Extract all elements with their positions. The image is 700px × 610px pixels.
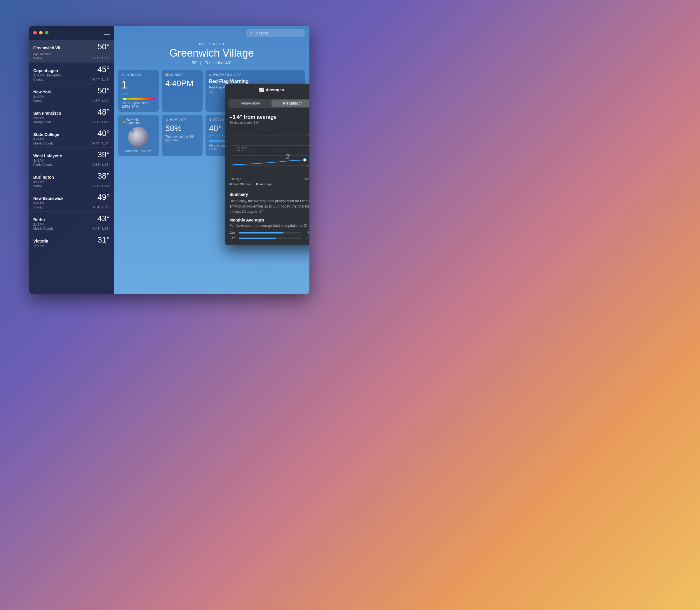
city-sublabel: 2:41PM — [33, 223, 45, 226]
city-hl: H:50° L:34° — [92, 184, 110, 188]
city-item-statecollege[interactable]: State College 8:41AM 40° Mostly Cloudy H… — [29, 126, 114, 148]
city-condition: Cloudy — [33, 78, 43, 81]
svg-text:4: 4 — [308, 144, 309, 147]
city-item-newyork[interactable]: New York 8:41AM 50° Windy H:57° L:39° — [29, 84, 114, 105]
city-name: Copenhagen — [33, 68, 58, 73]
sunset-card[interactable]: 🌅 SUNSET 4:40PM — [162, 70, 203, 112]
my-location-label: MY LOCATION — [114, 42, 309, 46]
svg-point-5 — [303, 159, 306, 161]
city-name: New York — [33, 90, 52, 94]
city-condition: Mostly Cloudy — [33, 227, 53, 230]
humidity-label: 💧 HUMIDITY — [165, 118, 199, 122]
maximize-button[interactable] — [45, 31, 48, 34]
svg-text:3.6": 3.6" — [237, 146, 247, 152]
separator: | — [199, 60, 204, 65]
city-sublabel: 8:41AM — [33, 180, 54, 183]
popup-divider — [229, 189, 309, 189]
city-hl: H:57° L:39° — [92, 99, 110, 102]
location-temp: 50° — [191, 60, 197, 65]
sidebar-toggle-button[interactable] — [104, 31, 110, 35]
wind-fill — [209, 140, 225, 142]
city-temp: 43° — [97, 214, 110, 223]
sunset-icon: 🌅 — [165, 73, 169, 77]
uv-dot — [124, 98, 126, 100]
humidity-card[interactable]: 💧 HUMIDITY 58% The dew point is 35° righ… — [162, 115, 203, 156]
legend-row: Last 30 days Average — [229, 182, 309, 186]
city-temp: 48° — [97, 108, 110, 117]
tab-temperature[interactable]: Temperature — [229, 99, 271, 107]
city-item-copenhagen[interactable]: Copenhagen 2:41PM · KǾBENH... 45° Cloudy… — [29, 62, 114, 84]
city-hl: H:58° L:39° — [92, 56, 110, 60]
uv-bar — [122, 98, 155, 99]
city-name: West Lafayette — [33, 154, 62, 158]
city-hl: H:47° L:41° — [92, 78, 110, 81]
uv-card[interactable]: ☀ UV INDEX 1 Low Use sun protection 12PM… — [118, 70, 159, 112]
minimize-button[interactable] — [39, 31, 43, 34]
tab-precipitation[interactable]: Precipitation — [271, 99, 309, 107]
main-header: 🔍 Search — [114, 26, 309, 39]
bar-fill-jan — [239, 232, 284, 234]
city-sublabel: 8:41AM — [33, 138, 59, 141]
svg-text:6: 6 — [308, 134, 309, 137]
bar-value-jan: 3.1" — [303, 230, 309, 235]
city-sublabel: My Location — [33, 52, 50, 56]
city-condition: Windy — [33, 56, 42, 60]
city-name: San Francisco — [33, 111, 61, 116]
city-condition: Windy — [33, 184, 42, 188]
moon-icon: 🌙 — [122, 120, 125, 123]
city-temp: 40° — [97, 129, 110, 138]
close-button[interactable] — [33, 31, 37, 34]
popup-tabs: Temperature Precipitation — [228, 99, 309, 108]
thermometer-icon: 🌡 — [209, 118, 212, 122]
city-name: Victoria — [33, 239, 48, 243]
search-icon: 🔍 — [250, 31, 254, 35]
legend-average: Average — [256, 182, 272, 186]
city-item-berlin[interactable]: Berlin 2:41PM 43° Mostly Cloudy H:43° L:… — [29, 212, 114, 233]
city-name: New Brunswick — [33, 196, 63, 201]
alert-title: Red Flag Warning — [209, 79, 302, 84]
uv-sublabel: Low — [122, 92, 155, 96]
chart-container: 6 4 2 0 in 3.6" .2" — [229, 128, 309, 175]
sun-icon: ☀ — [122, 73, 124, 77]
alert-icon: ⚠ — [209, 73, 212, 77]
legend-dot-average — [256, 183, 258, 185]
month-label-feb: Feb — [229, 236, 236, 240]
legend-label-average: Average — [260, 182, 272, 186]
city-temp: 39° — [97, 150, 110, 159]
moon-image — [128, 127, 148, 147]
svg-text:2: 2 — [308, 154, 309, 157]
city-item-newbrunswick[interactable]: New Brunswick 8:41AM 49° Sunny H:54° L:3… — [29, 190, 114, 212]
city-item-sanfrancisco[interactable]: San Francisco 5:41AM 48° Mostly Clear H:… — [29, 105, 114, 126]
feels-like-text: Feels Like: 40° — [205, 60, 232, 65]
city-item-victoria[interactable]: Victoria 7:41AM 31° — [29, 233, 114, 250]
bar-track-feb — [239, 238, 301, 239]
city-condition: Partly Cloudy — [33, 163, 52, 166]
city-name: Berlin — [33, 218, 45, 222]
humidity-icon: 💧 — [165, 118, 169, 122]
uv-note: Use sun protection 12PM–1PM. — [122, 101, 155, 108]
chart-start-label: 30d ago — [230, 177, 241, 181]
city-sublabel: 2:41PM · KǾBENH... — [33, 74, 63, 77]
legend-last30: Last 30 days — [229, 182, 251, 186]
popup-content: –3.4" from average 30-day average: 3.6" — [225, 111, 309, 245]
city-sublabel: 7:41AM — [33, 244, 48, 247]
city-temp: 49° — [97, 193, 110, 202]
city-sublabel: 8:41AM — [33, 95, 52, 98]
city-item-greenwich[interactable]: Greenwich Vil... 50° My Location Windy H… — [29, 40, 114, 62]
city-item-westlafayette[interactable]: West Lafayette 8:41AM 39° Partly Cloudy … — [29, 148, 114, 169]
sunset-label: 🌅 SUNSET — [165, 73, 199, 77]
summary-title: Summary — [229, 192, 309, 197]
city-hl: H:54° L:38° — [92, 206, 110, 209]
moonrise-label: Moonrise: 2:43PM — [122, 149, 155, 152]
legend-label-last30: Last 30 days — [233, 182, 251, 186]
city-name: Burlington — [33, 175, 54, 179]
moon-label: 🌙 WAXING GIBBOUS — [122, 118, 155, 125]
search-bar[interactable]: 🔍 Search — [246, 29, 305, 37]
moon-card[interactable]: 🌙 WAXING GIBBOUS Moonrise: 2:43PM — [118, 115, 159, 156]
titlebar — [29, 26, 114, 40]
sunset-value: 4:40PM — [165, 79, 199, 88]
city-condition: Mostly Clear — [33, 120, 51, 124]
city-item-burlington[interactable]: Burlington 8:41AM 38° Windy H:50° L:34° — [29, 169, 114, 190]
legend-dot-last30 — [229, 183, 232, 185]
popup-header-sub: 30-day average: 3.6" — [229, 121, 309, 124]
